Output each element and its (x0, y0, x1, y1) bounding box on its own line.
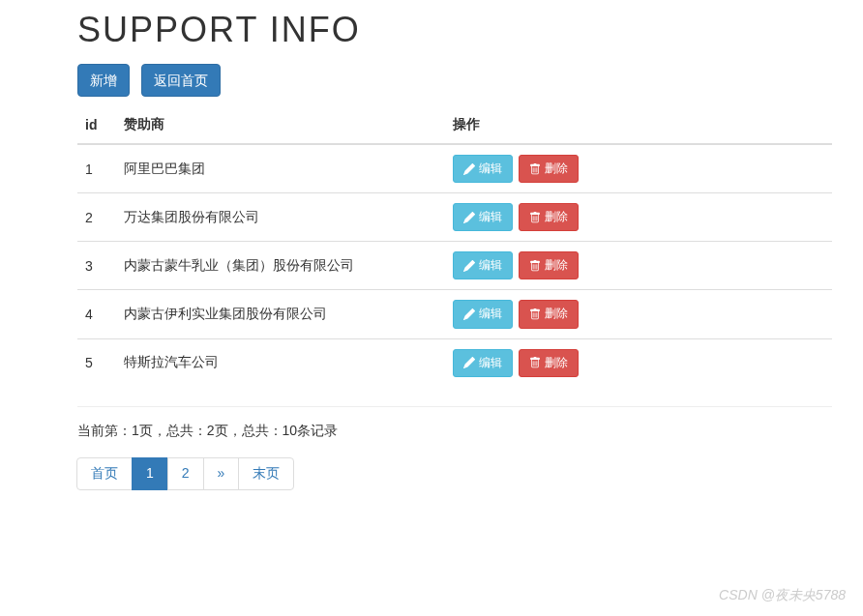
pencil-icon (463, 163, 475, 175)
divider (77, 406, 832, 407)
page-first-link[interactable]: 首页 (77, 458, 132, 489)
edit-label: 编辑 (479, 257, 502, 274)
cell-id: 4 (77, 290, 116, 338)
trash-icon (529, 163, 541, 175)
cell-id: 2 (77, 193, 116, 242)
col-sponsor-header: 赞助商 (116, 106, 445, 144)
pencil-icon (463, 308, 475, 320)
trash-icon (529, 260, 541, 272)
delete-label: 删除 (545, 306, 568, 322)
cell-actions: 编辑删除 (445, 242, 832, 290)
toolbar: 新增 返回首页 (77, 64, 832, 97)
cell-id: 3 (77, 242, 116, 290)
edit-button[interactable]: 编辑 (453, 155, 513, 183)
delete-button[interactable]: 删除 (519, 203, 579, 231)
edit-label: 编辑 (479, 161, 502, 177)
delete-label: 删除 (545, 161, 568, 177)
delete-button[interactable]: 删除 (519, 349, 579, 377)
cell-id: 1 (77, 144, 116, 193)
page-1: 1 (132, 457, 168, 490)
page-next: » (203, 457, 240, 490)
cell-actions: 编辑删除 (445, 338, 832, 387)
delete-button[interactable]: 删除 (519, 155, 579, 183)
col-actions-header: 操作 (445, 106, 832, 144)
page-last-link[interactable]: 末页 (239, 458, 293, 489)
cell-sponsor: 内蒙古蒙牛乳业（集团）股份有限公司 (116, 242, 445, 290)
cell-sponsor: 内蒙古伊利实业集团股份有限公司 (116, 290, 445, 338)
sponsor-table: id 赞助商 操作 1阿里巴巴集团编辑删除2万达集团股份有限公司编辑删除3内蒙古… (77, 106, 832, 387)
page-2-link[interactable]: 2 (168, 458, 203, 487)
delete-label: 删除 (545, 257, 568, 274)
page-2: 2 (167, 457, 204, 490)
delete-label: 删除 (545, 355, 568, 371)
cell-sponsor: 阿里巴巴集团 (116, 144, 445, 193)
page-first: 首页 (76, 457, 133, 490)
pagination: 首页12»末页 (77, 457, 832, 490)
page-1-link[interactable]: 1 (133, 458, 167, 487)
edit-button[interactable]: 编辑 (453, 349, 513, 377)
table-row: 1阿里巴巴集团编辑删除 (77, 144, 832, 193)
page-last: 末页 (238, 457, 294, 490)
table-row: 2万达集团股份有限公司编辑删除 (77, 193, 832, 242)
trash-icon (529, 357, 541, 368)
pencil-icon (463, 260, 475, 272)
page-next-link[interactable]: » (204, 458, 239, 487)
cell-id: 5 (77, 338, 116, 387)
pencil-icon (463, 212, 475, 223)
delete-button[interactable]: 删除 (519, 300, 579, 328)
pencil-icon (463, 357, 475, 368)
delete-button[interactable]: 删除 (519, 251, 579, 279)
edit-label: 编辑 (479, 306, 502, 322)
page-title: SUPPORT INFO (77, 10, 832, 50)
edit-label: 编辑 (479, 209, 502, 225)
edit-button[interactable]: 编辑 (453, 251, 513, 279)
back-home-button[interactable]: 返回首页 (141, 64, 221, 97)
table-row: 5特斯拉汽车公司编辑删除 (77, 338, 832, 387)
table-row: 4内蒙古伊利实业集团股份有限公司编辑删除 (77, 290, 832, 338)
pagination-info: 当前第：1页，总共：2页，总共：10条记录 (77, 423, 832, 440)
col-id-header: id (77, 106, 116, 144)
delete-label: 删除 (545, 209, 568, 225)
trash-icon (529, 308, 541, 320)
cell-actions: 编辑删除 (445, 290, 832, 338)
cell-actions: 编辑删除 (445, 193, 832, 242)
cell-sponsor: 特斯拉汽车公司 (116, 338, 445, 387)
edit-label: 编辑 (479, 355, 502, 371)
table-row: 3内蒙古蒙牛乳业（集团）股份有限公司编辑删除 (77, 242, 832, 290)
add-button[interactable]: 新增 (77, 64, 130, 97)
edit-button[interactable]: 编辑 (453, 300, 513, 328)
edit-button[interactable]: 编辑 (453, 203, 513, 231)
trash-icon (529, 212, 541, 223)
cell-sponsor: 万达集团股份有限公司 (116, 193, 445, 242)
cell-actions: 编辑删除 (445, 144, 832, 193)
